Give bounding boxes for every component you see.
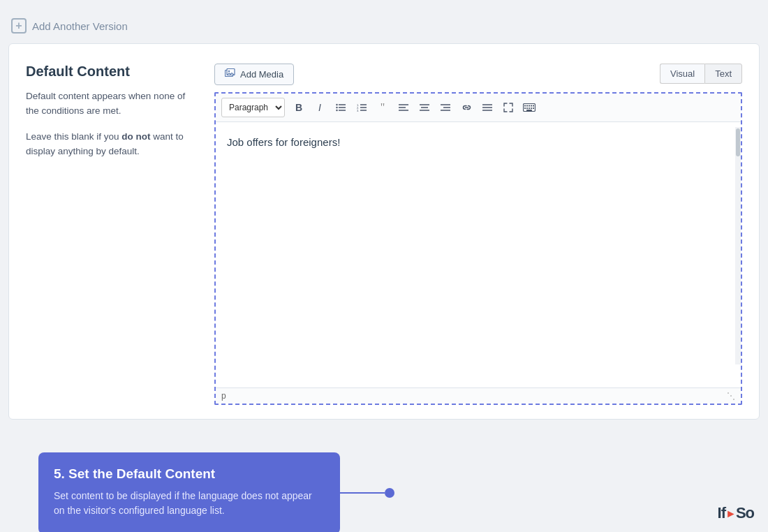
editor-top-row: Add Media Visual Text: [214, 64, 742, 89]
editor-toolbar: Paragraph B I 1.2.3. ": [216, 94, 741, 122]
blockquote-button[interactable]: ": [373, 98, 392, 117]
default-content-title: Default Content: [26, 64, 200, 80]
link-button[interactable]: [457, 98, 476, 117]
editor-text: Job offers for foreigners!: [227, 136, 340, 148]
paragraph-select[interactable]: Paragraph: [221, 98, 285, 117]
svg-rect-37: [531, 108, 532, 109]
callout-connector: [336, 488, 394, 498]
main-card: Default Content Default content appears …: [8, 43, 760, 420]
svg-rect-34: [524, 108, 526, 109]
description-text1: Default content appears when none of the…: [26, 89, 200, 119]
svg-point-8: [336, 110, 337, 111]
svg-rect-30: [526, 105, 528, 107]
desc2-bold: do not: [121, 131, 150, 142]
add-media-label: Add Media: [240, 69, 283, 80]
page-container: + Add Another Version Default Content De…: [0, 0, 768, 532]
plus-icon: +: [11, 18, 27, 34]
editor-tag: p: [221, 391, 226, 401]
tab-visual[interactable]: Visual: [660, 64, 704, 84]
logo-so: So: [736, 504, 754, 522]
editor-bottom-bar: p ⋱: [216, 387, 741, 404]
keyboard-button[interactable]: [519, 98, 539, 117]
svg-rect-31: [529, 105, 530, 107]
editor-scrollbar[interactable]: [735, 127, 741, 364]
callout-title: 5. Set the Default Content: [54, 466, 325, 482]
logo-if: If: [718, 504, 725, 522]
fullscreen-button[interactable]: [499, 98, 518, 117]
svg-text:3.: 3.: [357, 109, 359, 112]
unordered-list-button[interactable]: [331, 98, 350, 117]
callout-tooltip: 5. Set the Default Content Set content t…: [38, 452, 340, 532]
svg-point-6: [336, 104, 337, 105]
add-media-button[interactable]: Add Media: [214, 64, 294, 85]
logo-arrow: ►: [725, 508, 736, 519]
add-version-bar[interactable]: + Add Another Version: [8, 13, 760, 43]
scrollbar-thumb: [736, 128, 740, 156]
svg-rect-32: [531, 105, 532, 107]
align-left-button[interactable]: [394, 98, 413, 117]
svg-rect-35: [526, 108, 528, 109]
description-text2: Leave this blank if you do not want to d…: [26, 130, 200, 159]
editor-content-area[interactable]: Job offers for foreigners!: [216, 122, 741, 387]
desc2-prefix: Leave this blank if you: [26, 131, 121, 142]
ordered-list-button[interactable]: 1.2.3.: [352, 98, 371, 117]
card-inner: Default Content Default content appears …: [26, 64, 742, 405]
bold-button[interactable]: B: [289, 98, 309, 117]
editor-tabs: Visual Text: [660, 64, 742, 84]
editor-area: Paragraph B I 1.2.3. ": [214, 92, 742, 405]
right-panel: Add Media Visual Text Paragraph B: [214, 64, 742, 405]
tab-text[interactable]: Text: [704, 64, 742, 84]
italic-button[interactable]: I: [310, 98, 330, 117]
left-panel: Default Content Default content appears …: [26, 64, 214, 405]
logo: If►So: [718, 504, 754, 522]
media-icon: [225, 68, 236, 80]
more-button[interactable]: [478, 98, 497, 117]
svg-rect-39: [526, 110, 532, 111]
connector-dot: [385, 488, 394, 498]
resize-icon[interactable]: ⋱: [727, 391, 735, 401]
connector-line: [336, 492, 385, 494]
svg-rect-36: [529, 108, 530, 109]
callout-body: Set content to be displayed if the langu…: [54, 489, 325, 519]
align-right-button[interactable]: [436, 98, 455, 117]
add-version-label: Add Another Version: [32, 20, 128, 32]
svg-rect-29: [524, 105, 526, 107]
svg-rect-33: [533, 105, 534, 107]
svg-rect-38: [533, 108, 534, 109]
svg-point-2: [228, 71, 230, 72]
align-center-button[interactable]: [415, 98, 434, 117]
svg-point-7: [336, 107, 337, 108]
